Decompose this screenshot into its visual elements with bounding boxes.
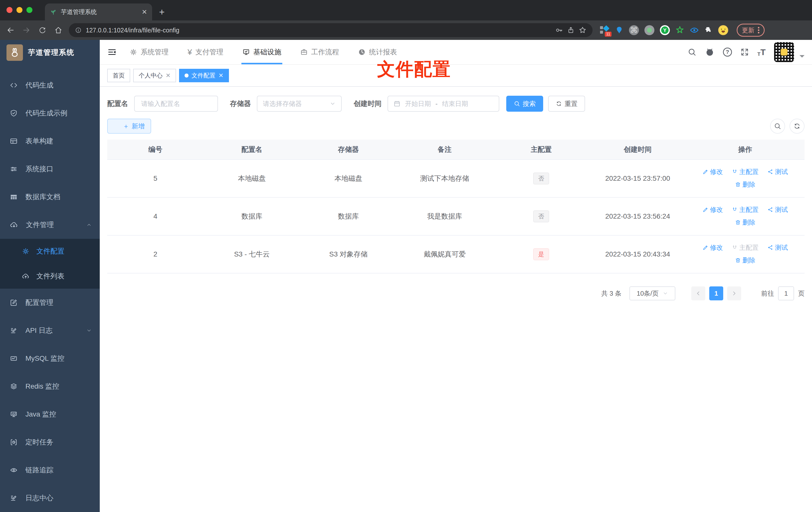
tag-file-config[interactable]: 文件配置✕ bbox=[179, 69, 229, 82]
storage-select[interactable]: 请选择存储器 bbox=[257, 96, 342, 112]
add-button[interactable]: ＋新增 bbox=[107, 119, 151, 133]
master-config-button[interactable]: 主配置 bbox=[732, 169, 759, 175]
col-ops: 操作 bbox=[686, 140, 805, 159]
avatar[interactable] bbox=[774, 42, 794, 62]
update-button[interactable]: 更新 bbox=[737, 24, 764, 37]
extension-tabs-icon[interactable]: 11 bbox=[600, 25, 609, 35]
col-remark: 备注 bbox=[397, 140, 493, 159]
sidebar-item-mysql-monitor[interactable]: MySQL 监控 bbox=[0, 344, 100, 372]
page-number-button[interactable]: 1 bbox=[709, 287, 723, 300]
delete-button[interactable]: 删除 bbox=[735, 219, 755, 225]
master-config-button[interactable]: 主配置 bbox=[732, 206, 759, 213]
home-button[interactable] bbox=[53, 26, 64, 34]
bookmark-star-icon[interactable] bbox=[579, 26, 586, 34]
update-label: 更新 bbox=[742, 26, 754, 34]
extension-drop-icon[interactable] bbox=[615, 26, 624, 34]
test-button[interactable]: 测试 bbox=[767, 244, 788, 251]
search-icon[interactable] bbox=[688, 48, 697, 57]
table-refresh-button[interactable] bbox=[789, 119, 805, 133]
forward-button[interactable] bbox=[21, 26, 32, 34]
sidebar-fold-icon[interactable] bbox=[107, 48, 117, 57]
next-page-button[interactable] bbox=[727, 287, 741, 300]
avatar-caret-icon[interactable] bbox=[800, 55, 805, 60]
nav-system-manage[interactable]: 系统管理 bbox=[130, 40, 169, 64]
extension-star-icon[interactable] bbox=[675, 26, 684, 35]
page-size-select[interactable]: 10条/页 bbox=[630, 287, 675, 300]
close-icon[interactable]: ✕ bbox=[166, 72, 171, 79]
tag-home[interactable]: 首页 bbox=[107, 69, 130, 82]
table-search-toggle-button[interactable] bbox=[770, 119, 785, 133]
back-button[interactable] bbox=[5, 26, 16, 34]
test-button[interactable]: 测试 bbox=[767, 206, 788, 213]
file-config-table: 编号 配置名 存储器 备注 主配置 创建时间 操作 5 本地磁盘 bbox=[107, 140, 805, 273]
date-end-placeholder[interactable]: 结束日期 bbox=[442, 99, 468, 108]
extensions-area: 11 ⌘ Y 更新 bbox=[600, 24, 764, 37]
address-bar[interactable]: 127.0.0.1:1024/infra/file/file-config bbox=[69, 23, 592, 37]
delete-button[interactable]: 删除 bbox=[735, 181, 755, 188]
help-icon[interactable]: ? bbox=[723, 48, 732, 57]
close-window-button[interactable] bbox=[6, 7, 12, 13]
yen-icon: ¥ bbox=[187, 48, 192, 57]
tag-profile[interactable]: 个人中心✕ bbox=[133, 69, 176, 82]
config-name-field[interactable] bbox=[140, 99, 212, 108]
maximize-window-button[interactable] bbox=[26, 7, 32, 13]
url-text[interactable]: 127.0.0.1:1024/infra/file/file-config bbox=[86, 27, 179, 34]
edit-button[interactable]: 修改 bbox=[702, 244, 723, 251]
col-master: 主配置 bbox=[493, 140, 589, 159]
sidebar-item-log-center[interactable]: 日志中心 bbox=[0, 484, 100, 512]
sidebar-item-code-demo[interactable]: 代码生成示例 bbox=[0, 99, 100, 127]
prev-page-button[interactable] bbox=[691, 287, 705, 300]
extension-command-icon[interactable]: ⌘ bbox=[629, 25, 639, 35]
browser-menu-icon[interactable] bbox=[758, 27, 759, 33]
browser-window: 芋道管理系统 ✕ + 127.0.0.1:1024/infra/file/fil… bbox=[0, 0, 812, 512]
extension-y-icon[interactable]: Y bbox=[660, 25, 670, 35]
edit-button[interactable]: 修改 bbox=[702, 206, 723, 213]
fullscreen-icon[interactable] bbox=[741, 48, 749, 56]
new-tab-button[interactable]: + bbox=[159, 7, 165, 18]
test-button[interactable]: 测试 bbox=[767, 169, 788, 175]
sidebar-item-db-doc[interactable]: 数据库文档 bbox=[0, 183, 100, 211]
sidebar-item-form-builder[interactable]: 表单构建 bbox=[0, 127, 100, 155]
nav-pay-manage[interactable]: ¥支付管理 bbox=[187, 40, 224, 64]
edit-button[interactable]: 修改 bbox=[702, 169, 723, 175]
date-start-placeholder[interactable]: 开始日期 bbox=[405, 99, 431, 108]
search-button[interactable]: 搜索 bbox=[506, 96, 543, 112]
sidebar-item-api-log[interactable]: API 日志 bbox=[0, 317, 100, 344]
github-icon[interactable] bbox=[705, 48, 715, 57]
col-storage: 存储器 bbox=[300, 140, 397, 159]
extension-circle-icon[interactable] bbox=[644, 25, 655, 35]
sidebar-item-file-manage[interactable]: 文件管理 bbox=[0, 211, 100, 239]
delete-button[interactable]: 删除 bbox=[735, 257, 755, 264]
page-content: 配置名 存储器 请选择存储器 创建时间 开始日期 - 结束日期 bbox=[100, 87, 812, 512]
sidebar-item-file-list[interactable]: 文件列表 bbox=[0, 264, 100, 289]
date-range-picker[interactable]: 开始日期 - 结束日期 bbox=[387, 96, 499, 112]
status-badge: 否 bbox=[533, 173, 549, 184]
sidebar-item-redis-monitor[interactable]: Redis 监控 bbox=[0, 372, 100, 400]
close-icon[interactable]: ✕ bbox=[219, 72, 224, 79]
sidebar-item-config-manage[interactable]: 配置管理 bbox=[0, 289, 100, 317]
goto-page-input[interactable] bbox=[778, 287, 794, 300]
sidebar-item-system-api[interactable]: 系统接口 bbox=[0, 155, 100, 183]
nav-workflow[interactable]: 工作流程 bbox=[300, 40, 339, 64]
sidebar-item-scheduled-task[interactable]: 定时任务 bbox=[0, 428, 100, 456]
config-name-input[interactable] bbox=[134, 96, 218, 112]
tab-close-icon[interactable]: ✕ bbox=[142, 8, 147, 16]
reload-button[interactable] bbox=[37, 26, 48, 34]
sidebar-item-java-monitor[interactable]: Java 监控 bbox=[0, 400, 100, 428]
sidebar-item-file-config[interactable]: 文件配置 bbox=[0, 239, 100, 264]
site-info-icon[interactable] bbox=[75, 27, 82, 34]
sidebar-item-code-gen[interactable]: 代码生成 bbox=[0, 71, 100, 99]
extensions-puzzle-icon[interactable] bbox=[704, 26, 713, 34]
font-size-icon[interactable]: TT bbox=[757, 48, 765, 57]
password-key-icon[interactable] bbox=[555, 26, 563, 34]
extension-eye-icon[interactable] bbox=[690, 26, 699, 35]
nav-infrastructure[interactable]: 基础设施 bbox=[242, 40, 281, 64]
reset-button[interactable]: 重置 bbox=[548, 96, 585, 112]
browser-tab[interactable]: 芋道管理系统 ✕ bbox=[45, 3, 152, 21]
share-icon[interactable] bbox=[567, 26, 575, 34]
sidebar-item-trace[interactable]: 链路追踪 bbox=[0, 456, 100, 484]
file-manage-submenu: 文件配置 文件列表 bbox=[0, 239, 100, 289]
profile-emoji-icon[interactable] bbox=[718, 25, 728, 35]
col-id: 编号 bbox=[107, 140, 203, 159]
minimize-window-button[interactable] bbox=[17, 7, 23, 13]
